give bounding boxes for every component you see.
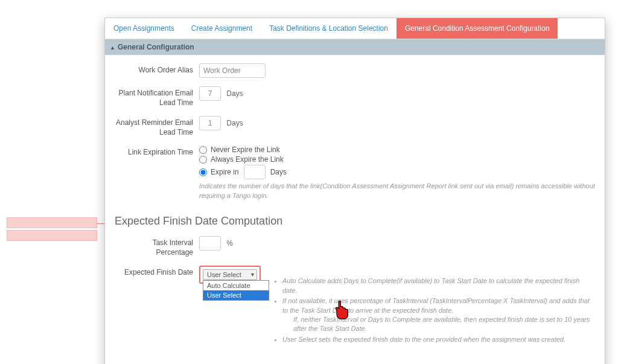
unit-task-interval-pct: % — [226, 239, 233, 247]
caret-up-icon: ▴ — [111, 44, 114, 51]
radio-label-always: Always Expire the Link — [211, 155, 284, 164]
help-bullet-2: If not available, it uses percentage of … — [282, 296, 595, 334]
row-analyst-reminder: Analyst Reminder Email Lead Time Days — [115, 116, 595, 137]
input-expire-in-days[interactable] — [244, 165, 266, 179]
input-task-interval-pct[interactable] — [199, 236, 221, 251]
row-task-interval-pct: Task Interval Percentage % — [115, 236, 595, 257]
tab-task-definitions[interactable]: Task Definitions & Location Selection — [261, 18, 397, 39]
label-plant-notification: Plant Notification Email Lead Time — [115, 86, 199, 107]
label-work-order-alias: Work Order Alias — [115, 63, 199, 75]
radio-label-expire-in: Expire in — [211, 168, 239, 176]
tab-general-condition-assessment-config[interactable]: General Condition Assessment Configurati… — [397, 18, 558, 39]
option-auto-calculate[interactable]: Auto Calculate — [203, 281, 269, 290]
tab-bar: Open Assignments Create Assignment Task … — [105, 18, 605, 39]
row-link-expiration: Link Expiration Time Never Expire the Li… — [115, 145, 595, 200]
section-expected-finish-date: Expected Finish Date Computation — [115, 215, 595, 228]
label-analyst-reminder: Analyst Reminder Email Lead Time — [115, 116, 199, 137]
select-dropdown-list: Auto Calculate User Select — [203, 280, 269, 301]
unit-analyst-reminder: Days — [226, 119, 243, 127]
radio-expire-in[interactable] — [199, 168, 207, 176]
help-bullet-2-text: If not available, it uses percentage of … — [282, 297, 590, 313]
tab-create-assignment[interactable]: Create Assignment — [183, 18, 261, 39]
help-bullet-1: Auto Calculate adds Days to Complete(if … — [282, 276, 595, 295]
label-task-interval-pct: Task Interval Percentage — [115, 236, 199, 257]
accordion-general-configuration[interactable]: ▴ General Configuration — [105, 39, 605, 55]
unit-plant-notification: Days — [226, 89, 243, 98]
unit-expire-in: Days — [270, 168, 287, 176]
input-plant-notification-days[interactable] — [199, 86, 221, 101]
radio-always-expire[interactable] — [199, 156, 207, 164]
callout-box-2 — [7, 230, 97, 241]
callout-box-1 — [7, 217, 97, 228]
panel-body: Work Order Alias Plant Notification Emai… — [105, 55, 605, 364]
input-analyst-reminder-days[interactable] — [199, 116, 221, 130]
row-work-order-alias: Work Order Alias — [115, 63, 595, 78]
callout-annotation — [7, 217, 97, 243]
help-bullet-2-sub: If, neither TaskInterval or Days to Comp… — [293, 315, 595, 334]
select-expected-finish-date-highlight: User Select Auto Calculate User Select — [199, 266, 261, 284]
radio-never-expire[interactable] — [199, 146, 207, 154]
help-expected-finish-date: Auto Calculate adds Days to Complete(if … — [272, 276, 595, 344]
row-plant-notification: Plant Notification Email Lead Time Days — [115, 86, 595, 107]
config-window: Open Assignments Create Assignment Task … — [104, 18, 605, 364]
tab-open-assignments[interactable]: Open Assignments — [105, 18, 183, 39]
help-link-expiration: Indicates the number of days that the li… — [199, 182, 595, 200]
select-expected-finish-date[interactable]: User Select — [203, 269, 257, 280]
accordion-title: General Configuration — [118, 43, 194, 51]
help-bullet-3: User Select sets the expected finish dat… — [282, 335, 595, 344]
label-link-expiration: Link Expiration Time — [115, 145, 199, 158]
label-expected-finish-date: Expected Finish Date — [115, 266, 199, 278]
radio-label-never: Never Expire the Link — [211, 145, 280, 154]
option-user-select[interactable]: User Select — [203, 290, 269, 300]
input-work-order-alias[interactable] — [199, 63, 266, 78]
row-expected-finish-date: Expected Finish Date User Select Auto Ca… — [115, 266, 595, 345]
